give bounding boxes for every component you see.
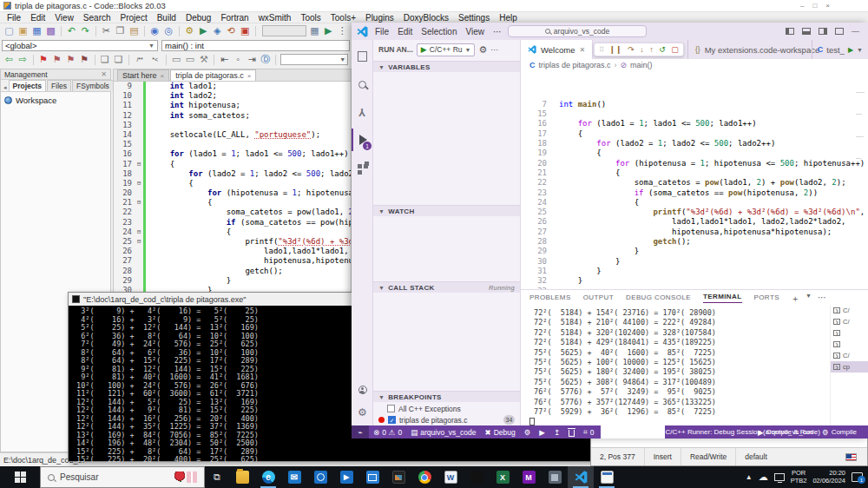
menu-item-build[interactable]: Build: [157, 13, 176, 23]
taskbar-app-mail[interactable]: [281, 466, 307, 488]
notifications-icon[interactable]: 1: [852, 472, 863, 482]
abort-icon[interactable]: ▣: [240, 25, 251, 36]
menu-item-plugins[interactable]: Plugins: [365, 13, 394, 23]
pause-icon[interactable]: ❙❙: [609, 45, 622, 54]
menu-item-edit[interactable]: Edit: [30, 13, 45, 23]
frame2-icon[interactable]: ▭: [185, 54, 196, 65]
taskbar-app-purple-app[interactable]: [516, 466, 542, 488]
window-control[interactable]: ×: [825, 2, 830, 10]
rebuild-icon[interactable]: ⟲: [226, 25, 237, 36]
menu-item-tools[interactable]: Tools+: [331, 13, 356, 23]
breadcrumb[interactable]: C triplas de pitagoras.c › ⊘ main(): [521, 59, 868, 70]
customize-layout-icon[interactable]: [835, 28, 844, 35]
back-icon[interactable]: ⇦: [3, 54, 15, 65]
jump-fwd-icon[interactable]: ⇥: [247, 54, 258, 65]
taskbar-app-store[interactable]: [464, 466, 490, 488]
variables-section-header[interactable]: ▼VARIABLES: [373, 61, 520, 72]
menu-item-tools[interactable]: Tools: [300, 13, 320, 23]
compile-run-button[interactable]: ▶ Compile & Run: [758, 428, 812, 437]
next-bookmark-icon[interactable]: ⚑: [65, 54, 76, 65]
menu-item-file[interactable]: File: [375, 27, 389, 36]
task-view-button[interactable]: ⧉: [205, 472, 229, 483]
debug-continue-icon[interactable]: ▶: [323, 25, 334, 36]
settings-gear-icon[interactable]: ⚙: [352, 401, 373, 424]
source-control-icon[interactable]: Y: [352, 101, 373, 123]
window-control[interactable]: –: [800, 2, 804, 10]
new-terminal-icon[interactable]: ＋: [791, 293, 799, 305]
close-icon[interactable]: ✕: [101, 70, 107, 78]
doc-file-icon[interactable]: ❏: [113, 54, 124, 65]
menu-item-[interactable]: ⋯: [493, 27, 502, 36]
debug-gear-icon[interactable]: ⚙: [478, 44, 487, 56]
panel-tab-ports[interactable]: PORTS: [754, 293, 779, 301]
checkbox-unchecked-icon[interactable]: [387, 405, 395, 412]
hidden-icons-chevron[interactable]: ▲: [746, 473, 753, 481]
replace-icon[interactable]: ◎: [163, 25, 174, 36]
folder-status[interactable]: ▤arquivo_vs_code: [406, 428, 480, 437]
taskbar-app-movies-tv[interactable]: [333, 466, 359, 488]
find-icon[interactable]: ◉: [149, 25, 161, 36]
chevron-down-icon[interactable]: ▼: [806, 293, 812, 305]
breakpoint-all-exceptions[interactable]: All C++ Exceptions: [373, 403, 520, 414]
extensions-icon[interactable]: [352, 156, 373, 179]
scroll-left-icon[interactable]: ◂: [3, 84, 8, 91]
display-network-icon[interactable]: [774, 473, 785, 481]
taskbar-app-file-explorer[interactable]: [229, 466, 255, 488]
terminal-session-item[interactable]: ❯: [831, 339, 868, 350]
stop-icon[interactable]: ▢: [671, 45, 679, 54]
copy-icon[interactable]: ❐: [115, 25, 126, 36]
editor-tab[interactable]: Start here×: [117, 69, 169, 81]
taskbar-app-chrome[interactable]: [411, 466, 437, 488]
workspace-tree-item[interactable]: Workspace: [1, 92, 110, 109]
frame-icon[interactable]: ▭: [171, 54, 182, 65]
taskbar-app-vscode[interactable]: [568, 466, 594, 488]
step-over-icon[interactable]: ↷: [628, 45, 635, 54]
build-target-combobox[interactable]: [262, 25, 306, 36]
step-into-icon[interactable]: ↓: [640, 45, 644, 54]
breakpoints-section-header[interactable]: ▼BREAKPOINTS: [373, 391, 520, 402]
run-icon[interactable]: ▶: [198, 25, 209, 36]
minimap[interactable]: [856, 72, 866, 124]
tab-welcome[interactable]: Welcome ✕: [521, 40, 593, 59]
codeblocks-window-controls[interactable]: –□×: [800, 2, 865, 10]
debug-menu-icon[interactable]: ⋮: [337, 25, 348, 36]
taskbar-app-excel[interactable]: [490, 466, 516, 488]
menu-item-debug[interactable]: Debug: [186, 13, 211, 23]
search-icon[interactable]: [352, 73, 373, 96]
command-center-search[interactable]: arquivo_vs_code: [508, 25, 647, 37]
close-icon[interactable]: ✕: [579, 46, 585, 54]
vscode-titlebar[interactable]: FileEditSelectionView⋯ ← → arquivo_vs_co…: [352, 23, 868, 40]
taskbar-search[interactable]: Pesquisar: [40, 466, 205, 488]
taskbar-app-app-blue[interactable]: [359, 466, 385, 488]
taskbar-app-console-app[interactable]: [594, 466, 620, 488]
accounts-icon[interactable]: [352, 379, 373, 401]
scope-combobox[interactable]: <global>▼: [2, 40, 158, 51]
menu-item-project[interactable]: Project: [121, 13, 148, 23]
drag-handle-icon[interactable]: ⠿: [599, 46, 603, 54]
terminal-session-item[interactable]: ❯: [831, 327, 868, 339]
fold-marker-icon[interactable]: ⊟: [135, 228, 143, 237]
build-run-icon[interactable]: ◈: [212, 25, 223, 36]
management-tab-fsymbols[interactable]: FSymbols: [72, 80, 114, 91]
taskbar-app-photos[interactable]: [307, 466, 333, 488]
panel-tab-output[interactable]: OUTPUT: [583, 293, 614, 301]
ports-status[interactable]: ⌗0: [579, 427, 599, 437]
menu-item-view[interactable]: View: [466, 27, 485, 36]
doc-block-icon[interactable]: ❏: [99, 54, 110, 65]
callstack-section-header[interactable]: ▼CALL STACK Running: [373, 281, 520, 293]
more-actions-icon[interactable]: ⋯: [490, 45, 498, 54]
problems-status[interactable]: ⊗0 ⚠0: [369, 428, 406, 437]
forward-icon[interactable]: ⇨: [17, 54, 29, 65]
incremental-search-combobox[interactable]: ▼: [280, 54, 348, 65]
fold-marker-icon[interactable]: ⊟: [135, 237, 143, 247]
menu-item-file[interactable]: File: [7, 13, 21, 23]
compile-button[interactable]: ⚙ Compile: [822, 428, 857, 437]
runner-flash-icon[interactable]: ↥: [549, 428, 564, 437]
block-comment-icon[interactable]: /**: [134, 54, 147, 65]
explorer-icon[interactable]: [352, 45, 373, 68]
more-actions-icon[interactable]: ⋯: [818, 293, 826, 305]
line-comment-icon[interactable]: *<: [148, 54, 161, 65]
taskbar-app-edge[interactable]: [255, 466, 281, 488]
terminal-session-item[interactable]: ❯cp: [831, 361, 868, 373]
taskbar-app-media-app[interactable]: [385, 466, 411, 488]
